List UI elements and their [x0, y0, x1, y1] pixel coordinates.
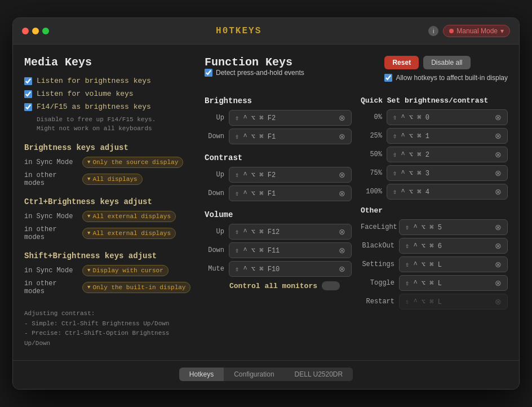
- other-input-1[interactable]: ⇧ ^ ⌥ ⌘ 6 ⊗: [399, 238, 508, 254]
- ctrl-adjust-title: Ctrl+Brightness keys adjust: [24, 197, 193, 206]
- mode-info-button[interactable]: i: [428, 26, 438, 36]
- brightness-sync-row: in Sync Mode ▼ Only the source display: [24, 157, 193, 168]
- tab-dell[interactable]: DELL U2520DR: [285, 368, 353, 381]
- qs-input-2[interactable]: ⇧ ^ ⌥ ⌘ 2 ⊗: [387, 147, 508, 162]
- volume-mute-clear[interactable]: ⊗: [339, 264, 345, 273]
- brightness-up-clear[interactable]: ⊗: [339, 113, 345, 122]
- detect-checkbox[interactable]: [205, 69, 212, 77]
- contrast-down-symbols: ⇧ ^ ⌥ ⌘ F1: [235, 189, 276, 198]
- volume-up-input[interactable]: ⇧ ^ ⌥ ⌘ F12 ⊗: [229, 224, 352, 240]
- notes-line-1: - Simple: Ctrl-Shift Brightness Up/Down: [24, 319, 193, 329]
- mode-area: i Manual Mode ▾: [428, 25, 510, 37]
- volume-up-clear[interactable]: ⊗: [339, 227, 345, 236]
- quick-set-title: Quick Set brightness/contrast: [361, 96, 508, 105]
- function-keys-heading: Function Keys: [205, 56, 304, 69]
- volume-down-label: Down: [205, 246, 224, 254]
- control-all-toggle[interactable]: [322, 281, 340, 290]
- ctrl-other-dropdown[interactable]: ▼ All external displays: [82, 228, 176, 239]
- other-input-3[interactable]: ⇧ ^ ⌥ ⌘ L ⊗: [399, 275, 508, 291]
- volume-up-symbols: ⇧ ^ ⌥ ⌘ F12: [235, 228, 280, 236]
- f14f15-keys-checkbox[interactable]: [24, 103, 32, 111]
- qs-symbols-4: ⇧ ^ ⌥ ⌘ 4: [393, 188, 429, 196]
- qs-input-4[interactable]: ⇧ ^ ⌥ ⌘ 4 ⊗: [387, 184, 508, 200]
- other-row-3: Toggle ⇧ ^ ⌥ ⌘ L ⊗: [361, 275, 508, 291]
- maximize-button[interactable]: [42, 28, 49, 34]
- ctrl-other-label: in other modes: [24, 225, 78, 241]
- control-all-row: Control all monitors: [205, 281, 352, 290]
- contrast-down-clear[interactable]: ⊗: [339, 189, 345, 198]
- notes-line-2: - Precise: Ctrl-Shift-Option Brightness …: [24, 329, 193, 348]
- other-clear-3[interactable]: ⊗: [495, 278, 502, 287]
- tab-hotkeys[interactable]: Hotkeys: [179, 368, 224, 381]
- volume-down-symbols: ⇧ ^ ⌥ ⌘ F11: [235, 246, 280, 255]
- left-panel: Media Keys Listen for brightness keys Li…: [24, 56, 193, 348]
- mode-label: Manual Mode: [456, 27, 498, 35]
- brightness-other-value: All displays: [92, 176, 137, 183]
- qs-clear-3[interactable]: ⊗: [495, 169, 502, 178]
- qs-input-1[interactable]: ⇧ ^ ⌥ ⌘ 1 ⊗: [387, 128, 508, 144]
- contrast-up-clear[interactable]: ⊗: [339, 170, 345, 179]
- close-button[interactable]: [22, 28, 29, 34]
- detect-label: Detect press-and-hold events: [216, 69, 304, 77]
- qs-input-3[interactable]: ⇧ ^ ⌥ ⌘ 3 ⊗: [387, 165, 508, 181]
- traffic-lights: [22, 28, 49, 34]
- other-input-2[interactable]: ⇧ ^ ⌥ ⌘ L ⊗: [399, 256, 508, 272]
- allow-builtin-checkbox[interactable]: [384, 74, 392, 82]
- other-input-4[interactable]: ⇧ ^ ⌥ ⌘ L ⊗: [399, 294, 508, 309]
- volume-keys-checkbox[interactable]: [24, 90, 32, 98]
- brightness-sync-dropdown[interactable]: ▼ Only the source display: [82, 157, 183, 168]
- media-keys-title: Media Keys: [24, 56, 193, 69]
- qs-row-3: 75% ⇧ ^ ⌥ ⌘ 3 ⊗: [361, 165, 508, 181]
- minimize-button[interactable]: [32, 28, 39, 34]
- shift-sync-dropdown[interactable]: ▼ Display with cursor: [82, 265, 169, 276]
- contrast-up-input[interactable]: ⇧ ^ ⌥ ⌘ F2 ⊗: [229, 167, 352, 183]
- other-clear-1[interactable]: ⊗: [495, 241, 502, 250]
- volume-down-input[interactable]: ⇧ ^ ⌥ ⌘ F11 ⊗: [229, 242, 352, 258]
- volume-mute-symbols: ⇧ ^ ⌥ ⌘ F10: [235, 265, 280, 273]
- app-title: H0TKEYS: [216, 26, 261, 36]
- brightness-down-input[interactable]: ⇧ ^ ⌥ ⌘ F1 ⊗: [229, 129, 352, 144]
- quick-set-column: Quick Set brightness/contrast 0% ⇧ ^ ⌥ ⌘…: [361, 96, 508, 312]
- other-clear-4[interactable]: ⊗: [495, 297, 502, 306]
- qs-row-1: 25% ⇧ ^ ⌥ ⌘ 1 ⊗: [361, 128, 508, 144]
- qs-row-4: 100% ⇧ ^ ⌥ ⌘ 4 ⊗: [361, 184, 508, 200]
- titlebar: H0TKEYS i Manual Mode ▾: [13, 18, 519, 45]
- qs-clear-0[interactable]: ⊗: [495, 113, 502, 122]
- ctrl-other-value: All external displays: [92, 230, 171, 237]
- notes-title: Adjusting contrast:: [24, 309, 193, 319]
- other-clear-0[interactable]: ⊗: [495, 223, 502, 232]
- brightness-up-input[interactable]: ⇧ ^ ⌥ ⌘ F2 ⊗: [229, 110, 352, 126]
- qs-clear-4[interactable]: ⊗: [495, 187, 502, 196]
- qs-label-4: 100%: [361, 188, 382, 196]
- shift-other-dropdown[interactable]: ▼ Only the built-in display: [82, 282, 190, 293]
- function-keys-title: Function Keys Detect press-and-hold even…: [205, 56, 304, 81]
- qs-label-0: 0%: [361, 113, 382, 121]
- qs-symbols-2: ⇧ ^ ⌥ ⌘ 2: [393, 151, 429, 159]
- volume-mute-input[interactable]: ⇧ ^ ⌥ ⌘ F10 ⊗: [229, 261, 352, 277]
- other-clear-2[interactable]: ⊗: [495, 260, 502, 269]
- volume-down-row: Down ⇧ ^ ⌥ ⌘ F11 ⊗: [205, 242, 352, 258]
- brightness-other-dropdown[interactable]: ▼ All displays: [82, 174, 143, 185]
- contrast-up-row: Up ⇧ ^ ⌥ ⌘ F2 ⊗: [205, 167, 352, 183]
- brightness-down-clear[interactable]: ⊗: [339, 132, 345, 141]
- contrast-down-input[interactable]: ⇧ ^ ⌥ ⌘ F1 ⊗: [229, 185, 352, 201]
- qs-input-0[interactable]: ⇧ ^ ⌥ ⌘ 0 ⊗: [387, 109, 508, 125]
- bottom-tabs: Hotkeys Configuration DELL U2520DR: [13, 360, 519, 389]
- allow-row: Allow hotkeys to affect built-in display: [384, 74, 508, 82]
- brightness-keys-checkbox[interactable]: [24, 77, 32, 85]
- allow-builtin-label: Allow hotkeys to affect built-in display: [396, 74, 508, 82]
- dropdown-arrow-5: ▼: [87, 268, 90, 273]
- qs-clear-2[interactable]: ⊗: [495, 150, 502, 159]
- reset-button[interactable]: Reset: [384, 56, 419, 69]
- tab-configuration[interactable]: Configuration: [224, 368, 284, 381]
- top-buttons: Reset Disable all: [384, 56, 508, 69]
- other-input-0[interactable]: ⇧ ^ ⌥ ⌘ 5 ⊗: [399, 219, 508, 235]
- brightness-group-title: Brightness: [205, 96, 352, 105]
- mode-badge[interactable]: Manual Mode ▾: [443, 25, 510, 37]
- disable-all-button[interactable]: Disable all: [423, 56, 470, 69]
- qs-clear-1[interactable]: ⊗: [495, 131, 502, 140]
- other-label-0: FaceLight: [361, 223, 394, 231]
- ctrl-sync-dropdown[interactable]: ▼ All external displays: [82, 211, 176, 222]
- volume-down-clear[interactable]: ⊗: [339, 246, 345, 255]
- brightness-keys-row: Listen for brightness keys: [24, 77, 193, 85]
